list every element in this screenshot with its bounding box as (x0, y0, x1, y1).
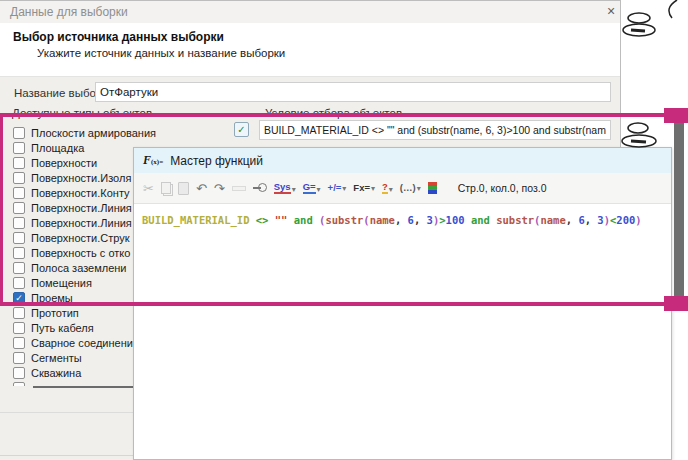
object-type-row[interactable]: Полоса заземлени (8, 260, 127, 275)
paste-icon[interactable] (178, 182, 189, 195)
checkbox-checked-icon[interactable]: ✓ (13, 292, 25, 304)
help-dropdown[interactable]: ?▾ (382, 182, 393, 194)
checkbox-icon[interactable] (13, 352, 25, 364)
object-type-label: Помещения (31, 277, 92, 289)
checkbox-icon[interactable] (13, 172, 25, 184)
key-icon[interactable] (253, 183, 267, 193)
chevron-down-icon: ▾ (317, 186, 321, 194)
object-type-row[interactable]: Путь кабеля (8, 320, 94, 335)
checkbox-icon[interactable] (13, 367, 25, 379)
selection-name-input[interactable] (95, 82, 611, 102)
formula-token: substr (325, 214, 363, 226)
checkbox-icon[interactable] (13, 127, 25, 139)
checkbox-icon[interactable] (13, 322, 25, 334)
checkbox-icon[interactable] (13, 187, 25, 199)
object-type-row[interactable]: Скважина (8, 365, 81, 380)
dialog-titlebar[interactable]: Данные для выборки (0, 1, 620, 23)
sys-vars-dropdown[interactable]: Sys▾ (274, 182, 296, 194)
object-type-row[interactable]: Поверхность с отко (8, 245, 130, 260)
cut-icon[interactable]: ✂ (143, 182, 154, 195)
formula-token: and (471, 214, 490, 226)
wizard-toolbar: ✂↶↷Sys▾G=▾+/=▾Fx=▾?▾(…)▾Стр.0, кол.0, по… (134, 173, 671, 204)
ink-oval-1 (628, 13, 650, 23)
formula-token: and (294, 214, 313, 226)
function-wizard-window: F(x)= Мастер функций ✂↶↷Sys▾G=▾+/=▾Fx=▾?… (133, 147, 672, 460)
object-type-label: Путь кабеля (31, 322, 94, 334)
checkbox-icon[interactable] (13, 232, 25, 244)
object-type-row[interactable]: ✓Проемы (8, 290, 73, 305)
brackets-dropdown[interactable]: (…)▾ (400, 183, 421, 193)
object-type-label: Поверхность с отко (31, 247, 130, 259)
functions-dropdown[interactable]: Fx=▾ (353, 183, 375, 193)
ink-dash-1 (631, 30, 645, 31)
formula-token: 200 (616, 214, 635, 226)
formula-token: ) (635, 214, 641, 226)
checkbox-icon[interactable] (13, 307, 25, 319)
object-type-label: Сварное соединени (31, 337, 133, 349)
copy-icon[interactable] (161, 182, 171, 194)
checkbox-icon[interactable] (13, 262, 25, 274)
checkbox-icon[interactable] (13, 337, 25, 349)
checkbox-icon[interactable] (13, 142, 25, 154)
check-condition-icon[interactable]: ✓ (234, 122, 249, 137)
object-type-row[interactable]: Прототип (8, 305, 79, 320)
object-type-label: Поверхности.Струк (31, 232, 130, 244)
object-type-row[interactable]: Площадка (8, 140, 84, 155)
object-type-row[interactable]: Сегменты (8, 350, 82, 365)
object-type-label: Поверхности.Линия (31, 217, 132, 229)
redo-icon[interactable]: ↷ (214, 182, 225, 195)
header-title: Выбор источника данных выборки (13, 30, 224, 44)
formula-text[interactable]: BUILD_MATERIAL_ID <> "" and (substr(name… (142, 214, 642, 226)
highlight-corner-topright (664, 108, 688, 123)
object-types-label: Доступные типы объектов (12, 107, 152, 119)
object-type-row[interactable]: Поверхности.Струк (8, 230, 130, 245)
wizard-titlebar[interactable]: F(x)= Мастер функций (134, 148, 671, 173)
object-type-row[interactable]: Поверхности.Линия (8, 200, 132, 215)
cursor-position-status: Стр.0, кол.0, поз.0 (458, 182, 547, 194)
formula-token: "" (275, 214, 288, 226)
checkbox-icon[interactable] (13, 217, 25, 229)
chevron-down-icon: ▾ (342, 185, 346, 193)
highlight-shadow-right (674, 120, 684, 300)
object-type-row[interactable]: Поверхности (8, 155, 97, 170)
checkbox-icon[interactable] (13, 382, 25, 387)
checkbox-icon[interactable] (13, 157, 25, 169)
syntax-colors-icon[interactable] (428, 182, 437, 194)
checkbox-icon[interactable] (13, 202, 25, 214)
ink-oval-4 (622, 135, 656, 147)
object-type-label: Поверхности.Конту (31, 187, 130, 199)
ink-scribbles (610, 0, 688, 160)
object-type-row[interactable]: Поверхности.Конту (8, 185, 130, 200)
object-type-row[interactable]: Поверхности.Изоля (8, 170, 131, 185)
fx-icon: F(x)= (143, 153, 163, 168)
formula-token: 100 (446, 214, 465, 226)
chevron-down-icon: ▾ (389, 186, 393, 194)
formula-token: substr (496, 214, 534, 226)
dialog-header: Выбор источника данных выборки Укажите и… (0, 23, 620, 77)
close-icon[interactable]: × (602, 2, 620, 20)
checkbox-icon[interactable] (13, 277, 25, 289)
condition-label: Условие отбора объектов (265, 107, 402, 119)
object-type-label: Сегменты (31, 352, 82, 364)
wizard-title: Мастер функций (170, 154, 263, 168)
undo-icon[interactable]: ↶ (196, 182, 207, 195)
ruler-icon[interactable] (232, 186, 246, 191)
global-vars-dropdown[interactable]: G=▾ (303, 182, 321, 194)
formula-token: 3 (420, 214, 433, 226)
ink-oval-2 (623, 24, 655, 36)
ink-oval-3 (628, 123, 648, 133)
chevron-down-icon: ▾ (292, 186, 296, 194)
object-type-row[interactable]: Помещения (8, 275, 92, 290)
object-type-row[interactable]: Сварное соединени (8, 335, 133, 350)
condition-input[interactable] (259, 120, 611, 140)
object-type-label: Поверхности (31, 157, 97, 169)
checkbox-icon[interactable] (13, 247, 25, 259)
chevron-down-icon: ▾ (371, 185, 375, 193)
object-type-row[interactable] (8, 380, 31, 386)
operators-dropdown[interactable]: +/=▾ (328, 183, 347, 193)
object-type-label: Прототип (31, 307, 79, 319)
object-type-row[interactable]: Поверхности.Линия (8, 215, 132, 230)
object-type-row[interactable]: Плоскости армирования (8, 125, 156, 140)
object-type-label: Поверхности.Линия (31, 202, 132, 214)
formula-token: name (370, 214, 395, 226)
